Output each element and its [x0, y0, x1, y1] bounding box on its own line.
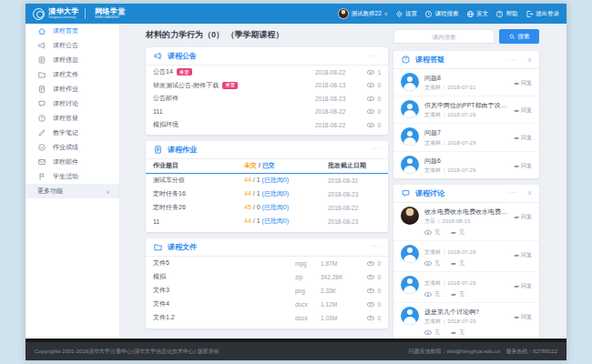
sidebar-item-grades[interactable]: 作业成绩: [26, 140, 119, 155]
discussion-item[interactable]: 艾海林2018-07-29 无 ➦无 ➦回复: [393, 241, 539, 272]
sidebar-item-teaching-notes[interactable]: 教学笔记: [26, 126, 119, 140]
announcement-title: 模拟环境: [153, 120, 179, 129]
announcement-row[interactable]: 公告14 重要 2018-08-22 1: [146, 66, 388, 79]
check-circle-icon: [37, 143, 46, 152]
reply-button[interactable]: ➦回复: [514, 106, 532, 115]
replies-stat: ➦无: [451, 259, 464, 268]
language-button[interactable]: 英文: [466, 10, 489, 18]
file-row[interactable]: 文件4 docx 1.12M 0: [146, 298, 388, 311]
sidebar-item-homework[interactable]: 课程作业: [26, 82, 119, 96]
homework-status: 45 / 0 (已批阅0): [244, 203, 328, 212]
more-menu-icon[interactable]: ···: [508, 56, 518, 64]
sidebar-item-course-mail[interactable]: 课程邮件: [26, 155, 119, 169]
file-row[interactable]: 文件3 png 2.33K 0: [146, 284, 388, 298]
reply-button[interactable]: ➦回复: [514, 162, 532, 170]
sidebar-item-label: 课程文件: [53, 70, 78, 79]
homework-row[interactable]: 定时任务16 44 / 1 (已批阅0) 2018-08-23: [146, 187, 388, 201]
qa-item[interactable]: 问题8 艾海林2018-07-31 ➦回复: [393, 69, 539, 96]
collapse-icon[interactable]: ∧: [527, 189, 532, 197]
announcement-row[interactable]: 公告邮件 2018-08-23 0: [146, 92, 388, 106]
sidebar-item-course-info[interactable]: 课程信息: [26, 53, 119, 67]
reply-button[interactable]: ➦回复: [514, 282, 532, 290]
homework-status: 44 / 1 (已批阅0): [244, 189, 328, 198]
sidebar-more-functions[interactable]: 更多功能 ∨: [26, 184, 119, 198]
views-value: 1: [377, 69, 381, 76]
views-value: 0: [377, 108, 381, 115]
qa-author: 艾海林: [424, 112, 441, 117]
homework-doc-icon: [153, 145, 163, 155]
qa-item[interactable]: 但其中两位的PPT都由于设备原因没... 艾海林2018-07-29 ➦回复: [393, 96, 539, 124]
unsubmitted-count: 44: [244, 190, 251, 197]
reply-label: 回复: [521, 313, 532, 321]
file-type: docx: [295, 301, 321, 308]
reply-button[interactable]: ➦回复: [514, 213, 532, 221]
discussion-date: 2018-07-29: [441, 249, 475, 255]
reviewed-count: (已批阅0): [261, 204, 289, 210]
search-button[interactable]: 搜索: [499, 29, 539, 44]
course-search-button[interactable]: 课程搜索: [424, 10, 459, 18]
discussion-author: 方菲: [424, 218, 435, 224]
reply-label: 回复: [521, 213, 532, 221]
reply-icon: ➦: [451, 260, 456, 267]
more-menu-icon[interactable]: ···: [508, 189, 518, 197]
folder-icon: [37, 70, 46, 79]
sidebar-item-course-files[interactable]: 课程文件: [26, 67, 119, 82]
user-avatar: [401, 276, 419, 294]
homework-row[interactable]: 测试非分值 44 / 1 (已批阅0) 2018-08-31: [146, 174, 388, 187]
user-menu[interactable]: 测试教师22 ∨: [338, 8, 388, 19]
file-row[interactable]: 模拟 zip 342.28K 0: [146, 270, 388, 284]
discussion-item[interactable]: 这是第几个讨论啊? 艾海林2018-07-29 无 ➦无 ➦回复: [393, 303, 539, 339]
homework-name: 定时任务26: [153, 203, 244, 212]
sidebar-item-course-home[interactable]: 课程首页: [26, 24, 119, 38]
qa-title: 但其中两位的PPT都由于设备原因没...: [424, 100, 508, 110]
homework-row[interactable]: 11 44 / 1 (已批阅0) 2018-08-23: [146, 215, 388, 228]
more-functions-label: 更多功能: [37, 187, 63, 196]
col-homework-title: 作业题目: [153, 161, 244, 170]
reply-button[interactable]: ➦回复: [514, 251, 532, 259]
chevron-down-icon: ∨: [107, 188, 110, 195]
sidebar-item-qa[interactable]: ? 课程答疑: [26, 111, 119, 126]
discussion-item[interactable]: 艾海林2018-07-29 无 ➦无 ➦回复: [393, 272, 539, 303]
more-menu-icon[interactable]: ···: [371, 243, 381, 250]
file-row[interactable]: 文件1.2 docx 1.03M 0: [146, 311, 388, 325]
file-row[interactable]: 文件5 mpg 1.87M 0: [146, 257, 388, 270]
sidebar-item-discussion[interactable]: 课程讨论: [26, 96, 119, 111]
file-name: 文件1.2: [153, 313, 175, 322]
homework-row[interactable]: 定时任务26 45 / 0 (已批阅0) 2018-08-22: [146, 201, 388, 215]
qa-card-header: ? 课程答疑 ··· ∧: [393, 51, 539, 69]
sidebar-item-student-activities[interactable]: 学生活动: [26, 169, 119, 184]
sidebar-item-announcements[interactable]: 课程公告: [26, 38, 119, 53]
help-button[interactable]: ? 帮助: [495, 10, 518, 18]
reply-button[interactable]: ➦回复: [514, 134, 532, 142]
announcement-row[interactable]: 模拟环境 2018-08-22 0: [146, 118, 388, 132]
announcement-row[interactable]: 研发测试公告-附件下载 重要 2018-08-13 0: [146, 79, 388, 93]
sidebar: 课程首页 课程公告 课程信息 课程文件 课程作业 课程讨论: [26, 24, 120, 339]
settings-button[interactable]: 设置: [395, 10, 418, 18]
discussion-card: 课程讨论 ··· ∧ 收水电费收水电费收水电费收水电费收... 方菲2018-0…: [393, 185, 539, 339]
reply-label: 回复: [521, 79, 532, 87]
announcement-row[interactable]: 111 2018-08-22 0: [146, 106, 388, 119]
submitted-count: / 1: [251, 217, 262, 224]
reply-button[interactable]: ➦回复: [514, 313, 532, 321]
collapse-icon[interactable]: ∧: [527, 56, 532, 64]
logout-button[interactable]: 退出登录: [526, 10, 560, 18]
reviewed-count: (已批阅0): [261, 217, 289, 224]
more-menu-icon[interactable]: ···: [371, 53, 381, 60]
discussion-item[interactable]: 收水电费收水电费收水电费收水电费收... 方菲2018-08-15 无 ➦无 ➦…: [393, 203, 539, 241]
file-name: 文件5: [153, 258, 169, 268]
qa-item[interactable]: 问题7 艾海林2018-07-29 ➦回复: [393, 124, 539, 151]
eye-icon: [367, 70, 374, 75]
reply-button[interactable]: ➦回复: [514, 79, 532, 87]
eye-icon: [367, 316, 374, 320]
view-count: 0: [361, 301, 381, 308]
more-menu-icon[interactable]: ···: [371, 146, 381, 153]
search-input[interactable]: [393, 29, 495, 44]
homework-name: 测试非分值: [153, 176, 244, 185]
center-column: 材料的力学行为（0） （季学期课程） 课程公告 ··· 公告14 重要 2018…: [146, 25, 388, 335]
homework-deadline: 2018-08-23: [328, 218, 381, 225]
question-circle-icon: ?: [495, 10, 504, 18]
user-avatar: [401, 245, 419, 263]
qa-item[interactable]: 问题6 艾海林2018-07-29 ➦回复: [393, 152, 539, 178]
view-count: 0: [361, 288, 381, 294]
pencil-icon: [37, 128, 46, 137]
